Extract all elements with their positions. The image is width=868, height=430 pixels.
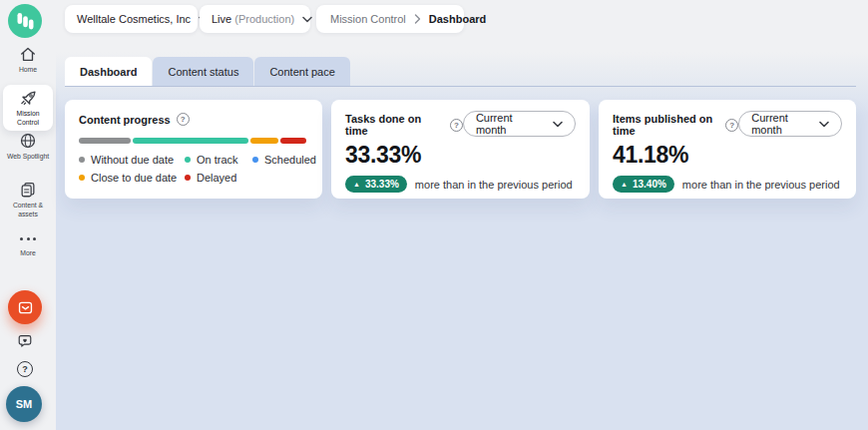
breadcrumb-current: Dashboard	[429, 13, 486, 25]
breadcrumb: Mission Control Dashboard	[316, 5, 464, 33]
delta-value: 33.33%	[365, 179, 399, 190]
sidebar-item-web-spotlight[interactable]: Web Spotlight	[0, 132, 56, 162]
environment-label: Live (Production)	[212, 13, 294, 25]
feedback-button[interactable]	[17, 333, 33, 349]
progress-legend: Without due dateOn trackScheduledClose t…	[79, 154, 308, 184]
sidebar-item-mission-control[interactable]: Mission Control	[3, 85, 53, 131]
legend-label: On track	[197, 154, 238, 166]
chevron-down-icon	[302, 16, 312, 23]
environment-switcher[interactable]: Live (Production)	[200, 5, 310, 33]
legend-dot-icon	[185, 157, 191, 163]
sidebar-item-more[interactable]: More	[0, 230, 56, 258]
help-icon[interactable]: ?	[177, 113, 190, 126]
sidebar-item-home[interactable]: Home	[0, 46, 56, 75]
legend-item: On track	[185, 154, 252, 166]
chevron-down-icon	[819, 121, 829, 128]
legend-dot-icon	[185, 175, 191, 181]
tab-content-pace[interactable]: Content pace	[254, 57, 349, 86]
items-published-card: Items published on time ? Current month …	[599, 100, 856, 199]
delta-note: more than in the previous period	[682, 179, 840, 191]
breadcrumb-parent[interactable]: Mission Control	[330, 13, 406, 25]
help-icon[interactable]: ?	[450, 119, 463, 132]
card-title: Tasks done on time	[345, 113, 444, 137]
triangle-up-icon: ▲	[621, 181, 628, 188]
legend-label: Without due date	[91, 154, 174, 166]
metric-value: 33.33%	[345, 142, 576, 169]
chevron-right-icon	[414, 14, 421, 24]
triangle-up-icon: ▲	[353, 181, 360, 188]
delta-badge: ▲ 33.33%	[345, 176, 407, 193]
tab-divider	[65, 86, 856, 87]
chevron-down-icon	[553, 121, 563, 128]
sidebar-item-label: Content & assets	[6, 202, 50, 219]
progress-segment	[133, 138, 249, 144]
tasks-done-card: Tasks done on time ? Current month 33.33…	[331, 100, 590, 199]
sidebar-item-label: Web Spotlight	[6, 153, 50, 162]
legend-label: Close to due date	[91, 172, 177, 184]
legend-item: Without due date	[79, 154, 185, 166]
card-title: Items published on time	[613, 113, 719, 137]
main-content: Dashboard Content status Content pace Co…	[56, 0, 868, 430]
period-select-value: Current month	[476, 112, 544, 136]
documents-icon	[19, 181, 37, 199]
globe-icon	[19, 132, 37, 150]
rocket-icon	[19, 89, 38, 108]
legend-item: Delayed	[185, 172, 252, 184]
period-select[interactable]: Current month	[463, 111, 576, 137]
app-root: Dashboard Content status Content pace Co…	[0, 0, 868, 430]
chat-heart-icon	[17, 333, 33, 349]
kontent-logo[interactable]	[8, 4, 42, 38]
legend-dot-icon	[252, 157, 258, 163]
logo-bars-icon	[8, 4, 42, 38]
tab-content-status[interactable]: Content status	[153, 57, 253, 86]
delta-note: more than in the previous period	[415, 179, 573, 191]
project-name: Welltale Cosmetics, Inc	[77, 13, 191, 25]
dashboard-tabs: Dashboard Content status Content pace	[65, 57, 350, 86]
card-title: Content progress	[79, 114, 171, 126]
progress-segment	[79, 138, 131, 144]
period-select-value: Current month	[751, 112, 810, 136]
legend-label: Scheduled	[264, 154, 316, 166]
legend-item: Scheduled	[252, 154, 316, 166]
sidebar-item-content-assets[interactable]: Content & assets	[0, 181, 56, 219]
legend-item: Close to due date	[79, 172, 185, 184]
environment-detail: (Production)	[234, 13, 294, 25]
help-button[interactable]: ?	[17, 361, 33, 377]
metric-value: 41.18%	[613, 142, 842, 169]
delta-value: 13.40%	[633, 179, 666, 190]
help-icon[interactable]: ?	[725, 119, 738, 132]
progress-segment	[280, 138, 306, 144]
inbox-icon	[17, 299, 34, 316]
intercom-button[interactable]	[8, 290, 42, 324]
ellipsis-icon	[20, 230, 36, 246]
delta-badge: ▲ 13.40%	[613, 176, 674, 193]
legend-dot-icon	[79, 157, 85, 163]
home-icon	[19, 46, 37, 63]
sidebar-item-label: More	[20, 249, 36, 258]
environment-name: Live	[212, 13, 231, 25]
legend-dot-icon	[79, 175, 85, 181]
period-select[interactable]: Current month	[738, 111, 842, 137]
legend-label: Delayed	[197, 172, 236, 184]
user-avatar[interactable]: SM	[6, 386, 42, 422]
project-switcher[interactable]: Welltale Cosmetics, Inc	[65, 5, 198, 33]
progress-bar	[79, 138, 306, 144]
sidebar-item-label: Mission Control	[6, 110, 50, 128]
content-progress-card: Content progress ? Without due dateOn tr…	[65, 100, 322, 199]
sidebar-item-label: Home	[19, 66, 37, 75]
tab-dashboard[interactable]: Dashboard	[65, 57, 152, 86]
progress-segment	[250, 138, 278, 144]
